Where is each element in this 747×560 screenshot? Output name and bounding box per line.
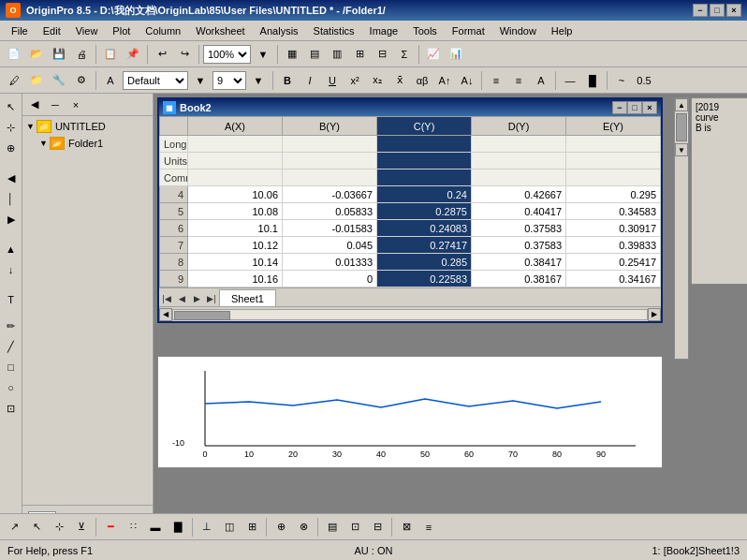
nav-dn[interactable]: ↓ xyxy=(2,260,21,279)
units-d[interactable] xyxy=(472,153,566,169)
book-maximize[interactable]: □ xyxy=(627,101,642,114)
bt-btn8[interactable]: ⊕ xyxy=(271,517,291,538)
tb-btn-5[interactable]: ⊟ xyxy=(372,44,392,65)
open-button[interactable]: 📂 xyxy=(26,44,47,65)
menu-analysis[interactable]: Analysis xyxy=(253,23,306,38)
text-tool[interactable]: T xyxy=(2,290,21,309)
menu-help[interactable]: Help xyxy=(544,23,580,38)
comments-e[interactable] xyxy=(566,169,661,186)
tb-btn-3[interactable]: ▥ xyxy=(327,44,347,65)
bold-button[interactable]: B xyxy=(277,70,298,91)
zoom-select[interactable]: 100% xyxy=(203,45,251,64)
paste-button[interactable]: 📌 xyxy=(123,44,143,65)
font-select[interactable]: Default xyxy=(123,71,188,90)
arrow-tool[interactable]: ↖ xyxy=(2,97,21,116)
col-header-a[interactable]: A(X) xyxy=(188,117,283,136)
pointer-tool[interactable]: ⊹ xyxy=(2,118,21,137)
units-b[interactable] xyxy=(283,153,377,169)
comments-b[interactable] xyxy=(283,169,377,186)
menu-plot[interactable]: Plot xyxy=(105,23,138,38)
cell-6-d[interactable]: 0.37583 xyxy=(472,220,566,237)
bt-line[interactable]: ━ xyxy=(100,517,121,538)
tb-btn-4[interactable]: ⊞ xyxy=(349,44,370,65)
align-center[interactable]: ≡ xyxy=(508,70,529,91)
font-size-up[interactable]: A↑ xyxy=(434,70,455,91)
line-tool[interactable]: ╱ xyxy=(2,337,21,356)
tree-folder1[interactable]: ▼ 📂 Folder1 xyxy=(24,135,151,152)
nav-left[interactable]: ◀ xyxy=(2,169,21,187)
cell-4-b[interactable]: -0.03667 xyxy=(283,186,377,203)
col-header-e[interactable]: E(Y) xyxy=(566,117,661,136)
cell-6-a[interactable]: 10.1 xyxy=(188,220,283,237)
print-button[interactable]: 🖨 xyxy=(71,44,92,65)
cell-8-e[interactable]: 0.25417 xyxy=(566,254,661,271)
nav-right[interactable]: ▶ xyxy=(2,210,21,228)
tb-btn-1[interactable]: ▦ xyxy=(282,44,302,65)
bt-btn6[interactable]: ◫ xyxy=(219,517,240,538)
tab-prev[interactable]: ◀ xyxy=(174,291,189,306)
close-button[interactable]: × xyxy=(726,4,741,17)
tab-first[interactable]: |◀ xyxy=(159,291,174,306)
graph-btn[interactable]: 📈 xyxy=(423,44,444,65)
bt-btn10[interactable]: ▤ xyxy=(322,517,343,538)
longname-d[interactable] xyxy=(472,136,566,153)
cell-5-c[interactable]: 0.2875 xyxy=(377,203,472,220)
comments-d[interactable] xyxy=(472,169,566,186)
cell-5-b[interactable]: 0.05833 xyxy=(283,203,377,220)
cell-6-c[interactable]: 0.24083 xyxy=(377,220,472,237)
align-left[interactable]: ≡ xyxy=(486,70,506,91)
sidebar-expand[interactable]: ─ xyxy=(45,95,66,115)
bt-col-chart[interactable]: ▇ xyxy=(168,517,188,538)
alpha-button[interactable]: αβ xyxy=(412,70,432,91)
units-e[interactable] xyxy=(566,153,661,169)
bt-btn11[interactable]: ⊡ xyxy=(344,517,365,538)
vscroll-up[interactable]: ▲ xyxy=(675,98,688,111)
extra-btn2[interactable]: 0.5 xyxy=(634,70,654,91)
copy-button[interactable]: 📋 xyxy=(100,44,121,65)
hscroll-track[interactable] xyxy=(172,309,648,320)
tb-btn-2[interactable]: ▤ xyxy=(304,44,325,65)
cell-8-d[interactable]: 0.38417 xyxy=(472,254,566,271)
cell-9-d[interactable]: 0.38167 xyxy=(472,271,566,287)
cell-7-a[interactable]: 10.12 xyxy=(188,237,283,254)
cell-9-a[interactable]: 10.16 xyxy=(188,271,283,287)
text-color[interactable]: A xyxy=(531,70,551,91)
menu-format[interactable]: Format xyxy=(445,23,492,38)
col-header-c[interactable]: C(Y) xyxy=(377,117,472,136)
col-header-b[interactable]: B(Y) xyxy=(283,117,377,136)
bt-btn1[interactable]: ↗ xyxy=(4,517,24,538)
menu-worksheet[interactable]: Worksheet xyxy=(188,23,252,38)
longname-a[interactable] xyxy=(188,136,283,153)
cell-8-b[interactable]: 0.01333 xyxy=(283,254,377,271)
font-size-dn[interactable]: A↓ xyxy=(457,70,477,91)
book-close[interactable]: × xyxy=(642,101,657,114)
units-a[interactable] xyxy=(188,153,283,169)
bt-btn9[interactable]: ⊗ xyxy=(293,517,314,538)
hscroll-right[interactable]: ▶ xyxy=(648,308,661,321)
superscript-button[interactable]: x² xyxy=(344,70,365,91)
region-tool[interactable]: ⊡ xyxy=(2,399,21,418)
comments-a[interactable] xyxy=(188,169,283,186)
hscroll-left[interactable]: ◀ xyxy=(159,308,172,321)
tb-btn-6[interactable]: Σ xyxy=(394,44,415,65)
bt-btn12[interactable]: ⊟ xyxy=(367,517,388,538)
bt-btn2[interactable]: ↖ xyxy=(26,517,47,538)
cell-5-e[interactable]: 0.34583 xyxy=(566,203,661,220)
cell-4-a[interactable]: 10.06 xyxy=(188,186,283,203)
cell-5-d[interactable]: 0.40417 xyxy=(472,203,566,220)
table-btn[interactable]: 📊 xyxy=(446,44,466,65)
nav-vert[interactable]: │ xyxy=(2,189,21,208)
strikethrough-button[interactable]: x̄ xyxy=(389,70,410,91)
vscroll-thumb[interactable] xyxy=(676,113,687,141)
draw-tool[interactable]: ✏ xyxy=(2,317,21,335)
cell-9-c[interactable]: 0.22583 xyxy=(377,271,472,287)
minimize-button[interactable]: − xyxy=(693,4,708,17)
fmt-btn-3[interactable]: 🔧 xyxy=(49,70,69,91)
tab-last[interactable]: ▶| xyxy=(204,291,219,306)
cell-7-e[interactable]: 0.39833 xyxy=(566,237,661,254)
italic-button[interactable]: I xyxy=(300,70,320,91)
vscroll-down[interactable]: ▼ xyxy=(675,143,688,156)
bt-bar[interactable]: ▬ xyxy=(145,517,166,538)
sheet-tab-1[interactable]: Sheet1 xyxy=(219,289,276,306)
tree-untitled[interactable]: ▼ 📁 UNTITLED xyxy=(24,118,151,135)
